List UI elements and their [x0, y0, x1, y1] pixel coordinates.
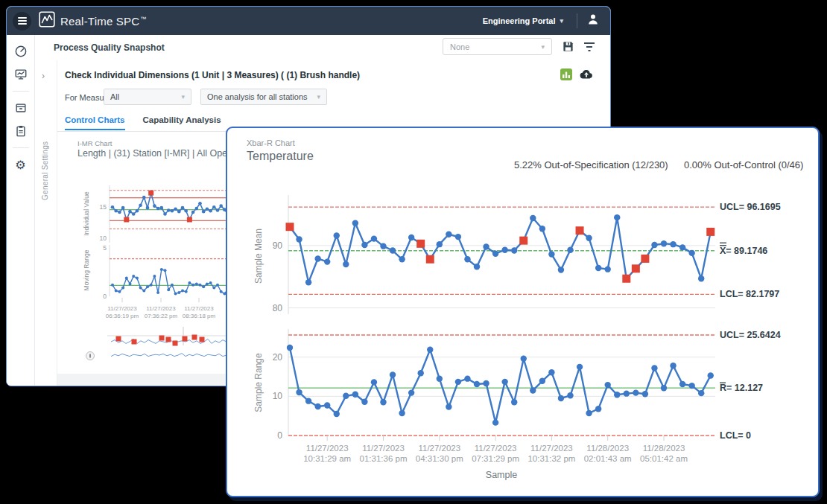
sample-point[interactable] [314, 255, 320, 261]
sample-point[interactable] [595, 406, 601, 412]
sample-point[interactable] [670, 363, 676, 369]
sample-point[interactable] [679, 244, 685, 250]
out-of-spec-point[interactable] [416, 240, 425, 248]
out-of-spec-point[interactable] [173, 341, 178, 346]
sample-point[interactable] [408, 389, 414, 395]
sample-point[interactable] [595, 265, 601, 271]
sample-point[interactable] [511, 399, 517, 405]
sample-point[interactable] [212, 287, 215, 290]
sample-point[interactable] [164, 269, 167, 272]
sample-point[interactable] [352, 220, 358, 226]
sample-point[interactable] [118, 211, 121, 214]
sample-point[interactable] [174, 208, 177, 211]
sample-point[interactable] [455, 234, 461, 240]
sample-point[interactable] [558, 395, 564, 401]
sample-point[interactable] [492, 251, 498, 257]
out-of-spec-point[interactable] [519, 237, 527, 245]
sample-point[interactable] [195, 207, 199, 211]
sample-point[interactable] [142, 196, 146, 200]
sample-point[interactable] [437, 375, 443, 381]
sample-point[interactable] [521, 356, 527, 362]
out-of-spec-point[interactable] [706, 228, 714, 236]
sample-point[interactable] [586, 410, 592, 416]
sample-point[interactable] [371, 379, 377, 385]
sample-point[interactable] [567, 246, 573, 252]
sample-point[interactable] [209, 209, 212, 213]
sample-point[interactable] [111, 284, 114, 287]
sample-point[interactable] [305, 279, 311, 285]
sample-point[interactable] [633, 389, 639, 395]
sample-point[interactable] [191, 211, 195, 214]
sample-point[interactable] [185, 290, 188, 293]
sample-point[interactable] [206, 282, 209, 285]
sample-point[interactable] [624, 390, 630, 396]
sample-point[interactable] [163, 212, 167, 216]
sample-point[interactable] [324, 258, 330, 264]
sample-point[interactable] [390, 247, 396, 253]
sample-point[interactable] [361, 399, 367, 405]
sample-point[interactable] [446, 232, 451, 237]
sample-point[interactable] [651, 242, 657, 248]
sample-point[interactable] [174, 292, 177, 295]
sample-point[interactable] [181, 290, 184, 293]
sample-point[interactable] [115, 290, 118, 293]
tab-capability-analysis[interactable]: Capability Analysis [143, 115, 221, 130]
sample-point[interactable] [114, 209, 118, 213]
sample-point[interactable] [118, 290, 121, 293]
sample-point[interactable] [150, 284, 153, 287]
sample-point[interactable] [167, 288, 170, 291]
expand-panel-chevron-icon[interactable]: › [42, 71, 45, 81]
sample-point[interactable] [511, 247, 517, 253]
sample-point[interactable] [219, 204, 223, 208]
sample-point[interactable] [464, 375, 470, 381]
out-of-spec-point[interactable] [192, 335, 197, 340]
out-of-spec-point[interactable] [187, 217, 192, 222]
sample-point[interactable] [642, 391, 648, 397]
sample-point[interactable] [352, 392, 358, 398]
sample-point[interactable] [167, 208, 171, 212]
out-of-spec-point[interactable] [132, 339, 137, 345]
sample-point[interactable] [501, 379, 507, 385]
sample-point[interactable] [474, 264, 480, 269]
sample-point[interactable] [670, 241, 676, 247]
sample-point[interactable] [121, 287, 124, 290]
out-of-spec-point[interactable] [116, 336, 121, 342]
save-button[interactable] [562, 40, 575, 54]
sample-point[interactable] [334, 232, 340, 238]
sidebar-item-monitor-charts[interactable] [14, 68, 28, 81]
sample-point[interactable] [129, 282, 132, 285]
user-icon[interactable] [586, 13, 600, 29]
sample-point[interactable] [177, 291, 180, 294]
sample-point[interactable] [501, 246, 507, 252]
out-of-spec-point[interactable] [286, 223, 294, 231]
out-of-spec-point[interactable] [148, 191, 153, 196]
sample-point[interactable] [661, 240, 667, 246]
sample-point[interactable] [334, 411, 340, 417]
sample-point[interactable] [156, 291, 159, 294]
sample-point[interactable] [160, 206, 164, 210]
sample-point[interactable] [605, 382, 611, 388]
sample-point[interactable] [220, 290, 223, 293]
sample-point[interactable] [111, 205, 115, 209]
sample-point[interactable] [199, 284, 202, 287]
sample-point[interactable] [296, 236, 302, 242]
sample-point[interactable] [287, 345, 293, 351]
out-of-spec-point[interactable] [426, 255, 434, 264]
out-of-spec-point[interactable] [576, 226, 584, 235]
sample-point[interactable] [371, 235, 377, 241]
sample-point[interactable] [156, 207, 160, 211]
sample-point[interactable] [698, 275, 704, 281]
sample-point[interactable] [202, 210, 206, 214]
sample-point[interactable] [142, 290, 145, 293]
tab-control-charts[interactable]: Control Charts [65, 115, 125, 130]
out-of-spec-point[interactable] [183, 336, 188, 342]
menu-button[interactable] [13, 12, 31, 31]
sample-point[interactable] [153, 275, 156, 278]
sample-point[interactable] [121, 206, 125, 210]
sample-point[interactable] [418, 370, 424, 376]
out-of-spec-point[interactable] [166, 337, 171, 342]
sample-point[interactable] [708, 372, 714, 378]
sample-point[interactable] [146, 206, 150, 210]
sample-point[interactable] [661, 385, 667, 391]
sample-point[interactable] [539, 378, 545, 384]
